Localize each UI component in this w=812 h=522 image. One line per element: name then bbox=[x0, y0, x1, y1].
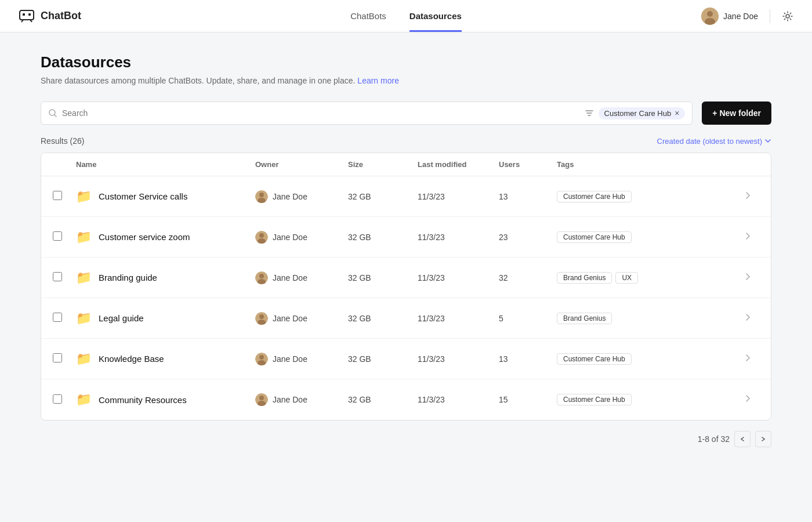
learn-more-link[interactable]: Learn more bbox=[357, 76, 399, 85]
row-name: 📁 Knowledge Base bbox=[76, 351, 255, 367]
chevron-right-icon bbox=[745, 232, 751, 240]
chevron-down-icon bbox=[764, 137, 771, 144]
row-name-text: Legal guide bbox=[99, 313, 144, 323]
tag: Customer Care Hub bbox=[557, 353, 632, 365]
row-modified: 11/3/23 bbox=[418, 192, 499, 201]
row-checkbox[interactable] bbox=[53, 231, 62, 241]
row-checkbox[interactable] bbox=[53, 191, 62, 200]
row-checkbox[interactable] bbox=[53, 394, 62, 404]
col-checkbox bbox=[53, 160, 76, 169]
nav-chatbots[interactable]: ChatBots bbox=[350, 1, 386, 32]
row-modified: 11/3/23 bbox=[418, 314, 499, 323]
header-divider bbox=[770, 9, 770, 23]
row-checkbox[interactable] bbox=[53, 272, 62, 281]
main-content: Datasources Share datasources among mult… bbox=[17, 32, 795, 468]
row-arrow[interactable] bbox=[736, 313, 759, 324]
row-size: 32 GB bbox=[348, 395, 418, 404]
row-owner: Jane Doe bbox=[255, 312, 348, 325]
folder-icon: 📁 bbox=[76, 311, 92, 326]
search-icon bbox=[48, 108, 57, 118]
svg-point-24 bbox=[259, 396, 264, 400]
row-size: 32 GB bbox=[348, 314, 418, 323]
svg-point-6 bbox=[786, 14, 789, 18]
chevron-left-icon bbox=[740, 436, 745, 442]
row-size: 32 GB bbox=[348, 192, 418, 201]
results-bar: Results (26) Created date (oldest to new… bbox=[41, 136, 771, 146]
col-tags: Tags bbox=[557, 160, 736, 169]
row-owner: Jane Doe bbox=[255, 190, 348, 203]
row-name: 📁 Legal guide bbox=[76, 311, 255, 326]
row-users: 5 bbox=[499, 314, 557, 323]
svg-point-15 bbox=[259, 274, 264, 278]
table-row[interactable]: 📁 Customer Service calls Jane Doe 32 GB … bbox=[41, 176, 771, 217]
avatar bbox=[701, 8, 719, 25]
sort-button[interactable]: Created date (oldest to newest) bbox=[657, 137, 771, 146]
page-subtitle: Share datasources among multiple ChatBot… bbox=[41, 76, 771, 85]
row-checkbox-cell bbox=[53, 191, 76, 202]
table-row[interactable]: 📁 Legal guide Jane Doe 32 GB 11/3/23 5 B… bbox=[41, 298, 771, 339]
search-bar: Customer Care Hub × bbox=[41, 102, 693, 125]
table-row[interactable]: 📁 Knowledge Base Jane Doe 32 GB 11/3/23 … bbox=[41, 339, 771, 379]
pagination: 1-8 of 32 bbox=[41, 431, 771, 447]
row-users: 23 bbox=[499, 233, 557, 242]
owner-avatar bbox=[255, 190, 268, 203]
row-checkbox-cell bbox=[53, 272, 76, 283]
row-name-text: Knowledge Base bbox=[99, 354, 164, 364]
tag: UX bbox=[615, 272, 638, 284]
col-owner: Owner bbox=[255, 160, 348, 169]
filter-icon[interactable] bbox=[585, 108, 594, 118]
table-row[interactable]: 📁 Community Resources Jane Doe 32 GB 11/… bbox=[41, 379, 771, 420]
row-arrow[interactable] bbox=[736, 354, 759, 364]
svg-rect-1 bbox=[23, 13, 25, 16]
row-users: 13 bbox=[499, 354, 557, 364]
col-arrow bbox=[736, 160, 759, 169]
filter-tag-close[interactable]: × bbox=[675, 109, 679, 117]
main-nav: ChatBots Datasources bbox=[123, 1, 689, 32]
svg-rect-2 bbox=[28, 13, 31, 16]
app-name: ChatBot bbox=[41, 10, 81, 22]
row-arrow[interactable] bbox=[736, 273, 759, 283]
row-name: 📁 Community Resources bbox=[76, 392, 255, 407]
table-row[interactable]: 📁 Branding guide Jane Doe 32 GB 11/3/23 … bbox=[41, 258, 771, 298]
new-folder-button[interactable]: + New folder bbox=[702, 102, 771, 125]
tag: Customer Care Hub bbox=[557, 394, 632, 405]
nav-datasources[interactable]: Datasources bbox=[409, 1, 462, 32]
table-body: 📁 Customer Service calls Jane Doe 32 GB … bbox=[41, 176, 771, 420]
row-arrow[interactable] bbox=[736, 232, 759, 242]
chevron-right-icon bbox=[745, 394, 751, 403]
row-checkbox[interactable] bbox=[53, 313, 62, 322]
settings-button[interactable] bbox=[782, 10, 793, 22]
next-page-button[interactable] bbox=[755, 431, 771, 447]
row-checkbox[interactable] bbox=[53, 353, 62, 362]
chevron-right-icon bbox=[745, 354, 751, 362]
user-name: Jane Doe bbox=[723, 12, 758, 21]
results-count: Results (26) bbox=[41, 136, 84, 146]
search-input[interactable] bbox=[62, 108, 580, 118]
prev-page-button[interactable] bbox=[734, 431, 751, 447]
folder-icon: 📁 bbox=[76, 230, 92, 245]
row-name: 📁 Customer service zoom bbox=[76, 230, 255, 245]
row-checkbox-cell bbox=[53, 394, 76, 405]
row-arrow[interactable] bbox=[736, 394, 759, 405]
row-size: 32 GB bbox=[348, 354, 418, 364]
owner-avatar bbox=[255, 231, 268, 244]
page-title: Datasources bbox=[41, 53, 771, 71]
row-name-text: Customer service zoom bbox=[99, 232, 190, 242]
data-table: Name Owner Size Last modified Users Tags… bbox=[41, 153, 771, 420]
row-users: 13 bbox=[499, 192, 557, 201]
row-arrow[interactable] bbox=[736, 191, 759, 202]
chatbot-icon bbox=[19, 8, 35, 24]
owner-avatar bbox=[255, 271, 268, 284]
row-name-text: Customer Service calls bbox=[99, 191, 187, 201]
table-row[interactable]: 📁 Customer service zoom Jane Doe 32 GB 1… bbox=[41, 217, 771, 258]
row-owner: Jane Doe bbox=[255, 231, 348, 244]
chevron-right-icon bbox=[745, 191, 751, 200]
tag: Brand Genius bbox=[557, 313, 612, 324]
folder-icon: 📁 bbox=[76, 351, 92, 367]
header-right: Jane Doe bbox=[689, 8, 793, 25]
filter-tag: Customer Care Hub × bbox=[599, 107, 686, 119]
owner-name: Jane Doe bbox=[273, 273, 307, 282]
folder-icon: 📁 bbox=[76, 392, 92, 407]
tag: Brand Genius bbox=[557, 272, 612, 284]
folder-icon: 📁 bbox=[76, 189, 92, 204]
